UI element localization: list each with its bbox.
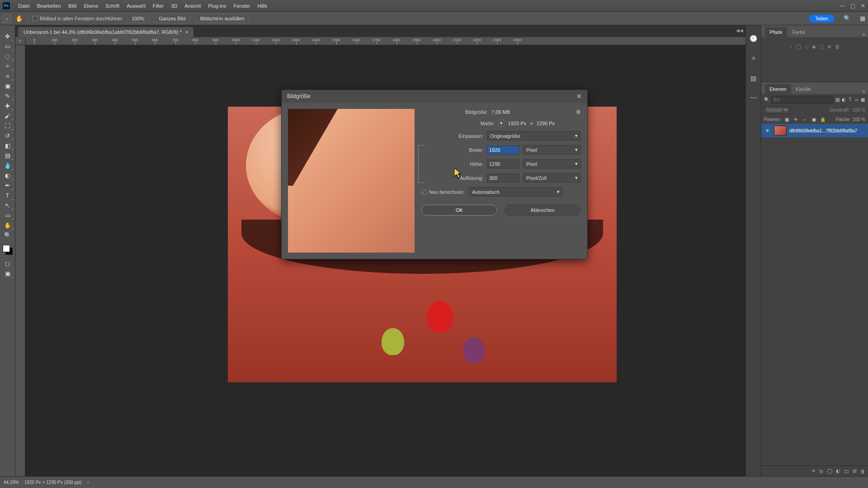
dimensions-label: Maße: [481,121,495,126]
resolution-unit-value: Pixel/Zoll [526,175,547,181]
chevron-down-icon: ▾ [575,175,578,181]
height-input[interactable] [487,160,519,169]
fit-to-select[interactable]: Originalgröße▾ [487,131,581,141]
dialog-preview[interactable] [288,109,415,253]
height-label: Höhe: [470,161,483,167]
image-size-dialog: Bildgröße ✕ Bildgröße: 7,09 MB ⚙ Maße: ▾… [281,89,588,259]
chevron-down-icon: ▾ [575,133,578,139]
resolution-unit-select[interactable]: Pixel/Zoll▾ [523,173,581,183]
fit-to-label: Einpassen: [459,133,483,139]
resolution-label: Auflösung: [460,175,483,181]
resample-label: Neu berechnen: [429,189,464,195]
image-size-value: 7,09 MB [491,109,510,115]
dialog-titlebar[interactable]: Bildgröße ✕ [282,90,587,103]
image-size-label: Bildgröße: [465,109,488,115]
fit-to-value: Originalgröße [490,133,520,139]
dimensions-width: 1920 Px [508,121,526,126]
resample-checkbox[interactable]: ✓ [421,189,426,195]
ok-button[interactable]: OK [421,205,497,216]
resample-method-select[interactable]: Automatisch▾ [469,187,563,197]
dialog-title: Bildgröße [287,93,310,99]
chevron-down-icon: ▾ [575,147,578,153]
dimensions-height: 1290 Px [537,121,555,126]
chevron-down-icon: ▾ [575,161,578,167]
chevron-down-icon: ▾ [557,189,560,195]
resample-method-value: Automatisch [472,189,500,195]
width-input[interactable] [487,145,519,155]
resolution-input[interactable] [487,174,519,183]
dimensions-dropdown-icon[interactable]: ▾ [498,120,505,127]
width-unit-value: Pixel [526,147,537,153]
width-label: Breite: [469,147,483,153]
dialog-close-icon[interactable]: ✕ [576,93,582,100]
height-unit-value: Pixel [526,161,537,167]
cancel-button[interactable]: Abbrechen [505,205,580,216]
height-unit-select[interactable]: Pixel▾ [523,159,581,169]
dimensions-times: × [530,121,533,126]
width-unit-select[interactable]: Pixel▾ [523,145,581,155]
dialog-gear-icon[interactable]: ⚙ [576,109,581,115]
